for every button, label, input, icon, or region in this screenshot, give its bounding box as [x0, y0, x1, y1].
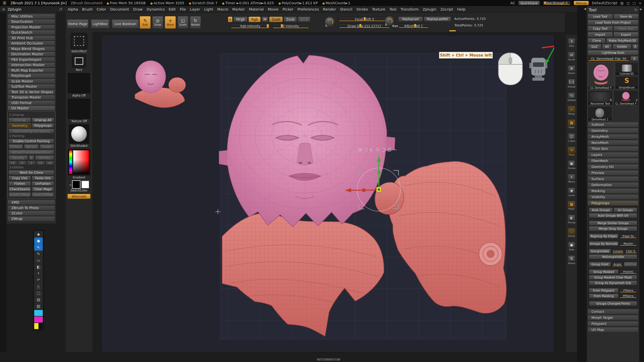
panel-gutter[interactable]: ◀ — [577, 6, 587, 362]
alternate-button[interactable]: Alternate — [67, 194, 91, 199]
magenta-swatch[interactable] — [34, 316, 43, 323]
zplugin-item[interactable]: PolyGroupIt — [8, 73, 55, 78]
frame-button[interactable]: ▣ Frame — [567, 159, 577, 171]
zplugin-item[interactable]: Text 3D & Vector Shapes — [8, 89, 55, 95]
spix-button[interactable]: 3 SPix — [567, 37, 577, 49]
texture-selector[interactable] — [68, 99, 90, 119]
persp-button[interactable]: ▱ Persp — [567, 105, 577, 116]
focal-shift-slider[interactable]: Focal Shift 0 — [339, 17, 390, 22]
flatten-button[interactable]: Flatten — [9, 181, 31, 186]
tool-r-button[interactable]: R — [630, 56, 638, 61]
menu-item[interactable]: Draw — [131, 7, 145, 11]
group-front-button[interactable]: Group Front — [589, 262, 611, 267]
merge-stray-groups-button[interactable]: Merge Stray Groups — [589, 226, 637, 231]
tag-icon[interactable]: ◧ — [34, 264, 43, 270]
paste-tool-button[interactable]: Paste Tool — [614, 26, 639, 31]
tool-section[interactable]: Polypaint — [588, 321, 638, 326]
menu-item[interactable]: Alpha — [66, 7, 80, 11]
menu-item[interactable]: Movie — [266, 7, 280, 11]
mask-tolerance-slider[interactable]: MTolera — [619, 294, 637, 298]
tool-section[interactable]: NanoMesh — [588, 140, 638, 145]
actual-button[interactable]: 1:1 Actual — [567, 78, 577, 89]
tool-thumb-demohead1[interactable]: DemoHead_1 — [588, 106, 612, 121]
menu-item[interactable]: Marker — [230, 7, 247, 11]
tool-section[interactable]: Surface — [588, 176, 638, 182]
expand-tray-icon[interactable]: ▶ — [640, 8, 642, 11]
swatch-arrow-icon[interactable]: ◄ — [69, 183, 71, 186]
move-mode-button[interactable]: + Move — [165, 16, 176, 29]
cyan-swatch[interactable] — [34, 310, 43, 316]
local-button[interactable]: ◉ Local — [567, 186, 577, 198]
menu-item[interactable]: Document — [108, 7, 131, 11]
menu-item[interactable]: Stroke — [354, 7, 370, 11]
zplugin-item[interactable]: Misc Utilities — [8, 14, 55, 19]
density-mult-button[interactable]: x4 — [46, 161, 54, 165]
menu-item[interactable]: Picker — [280, 7, 295, 11]
menu-item[interactable]: Macro — [215, 7, 230, 11]
tool-section[interactable]: Geometry HD — [588, 164, 638, 169]
trash-icon[interactable]: ▯ — [34, 283, 43, 290]
qxyz-button[interactable]: ⊙ Qxyz — [567, 146, 577, 157]
rgb-button[interactable]: Rgb — [249, 17, 261, 22]
cursor-icon[interactable]: ↖ — [34, 244, 43, 251]
menu-item[interactable]: Zplugin — [421, 7, 438, 11]
eye-icon[interactable]: ◉ — [34, 238, 43, 244]
m-button[interactable]: M — [262, 17, 268, 22]
menu-item[interactable]: Tool — [387, 7, 398, 11]
right-tray-edge[interactable]: ▶ — [639, 6, 644, 362]
home-page-button[interactable]: Home Page — [67, 19, 89, 28]
groups-changed-points-button[interactable]: Groups Changed Points — [589, 301, 637, 306]
density-slider[interactable]: density — [35, 155, 54, 160]
tool-section[interactable]: Deformation — [588, 182, 638, 188]
color-picker[interactable] — [68, 149, 90, 175]
menus-button[interactable]: Menus — [574, 1, 589, 5]
menu-item[interactable]: Dynamics — [145, 7, 167, 11]
export-button[interactable]: Export — [614, 32, 639, 37]
draw-mode-button[interactable]: ◎ Draw — [152, 16, 163, 29]
coverage-slider[interactable]: Covera — [612, 249, 624, 254]
replay-last-rel-button[interactable]: ReplayLastRel — [424, 17, 451, 22]
goz-visible-button[interactable]: Visible — [613, 44, 631, 49]
zplugin-item[interactable]: USD Format — [8, 100, 55, 105]
layout-icon[interactable]: ▤ — [620, 1, 623, 5]
zplugin-item[interactable]: FBX ExportImport — [8, 57, 55, 62]
zplugin-item[interactable]: Ambient Occlusion — [8, 41, 55, 46]
density-mult-button[interactable]: 1 — [27, 161, 36, 165]
menu-item[interactable]: Color — [95, 7, 108, 11]
zplugin-item[interactable]: XMD — [8, 200, 55, 205]
replay-last-button[interactable]: ReplayLast — [398, 17, 423, 22]
hamburger-icon[interactable]: ≡ — [2, 7, 5, 11]
floor-button[interactable]: ▦ Floor — [567, 118, 577, 130]
zplugin-item[interactable]: Deactivation — [8, 19, 55, 24]
shelf-scroll-indicator[interactable] — [449, 30, 456, 31]
menu-item[interactable]: Transform — [398, 7, 421, 11]
rect-icon[interactable]: ▭ — [34, 257, 43, 264]
import-button[interactable]: Import — [588, 32, 613, 37]
clear-maps-button[interactable]: Clear Maps — [32, 187, 54, 192]
groups-by-normals-button[interactable]: Groups By Normals — [589, 241, 619, 246]
checkseams-button[interactable]: CheckSeams — [9, 187, 31, 192]
left-tray-edge[interactable] — [0, 13, 7, 362]
tool-thumb-demohead-f[interactable]: 2 CL_DemoHead_F — [614, 90, 639, 105]
tool-section[interactable]: Layers — [588, 152, 638, 157]
scroll-button[interactable]: ⇄ Scroll — [567, 51, 577, 62]
tool-section[interactable]: Morph Target — [588, 315, 638, 320]
zcut-button[interactable]: Zcut — [298, 17, 310, 22]
menu-item[interactable]: Render — [321, 7, 338, 11]
edit-mode-button[interactable]: ✎ Edit — [140, 16, 151, 29]
lsym-button[interactable]: ◫ L.Sym — [567, 132, 577, 144]
lightbox-tools-button[interactable]: Lightbox►Tools — [588, 50, 638, 55]
copy-uvs-button[interactable]: Copy UVs — [9, 176, 31, 180]
make-polymesh3d-button[interactable]: Make PolyMesh3D — [606, 38, 638, 43]
tool-section[interactable]: Subtool — [588, 122, 638, 127]
menu-item[interactable]: Preferences — [295, 7, 321, 11]
unwrap-button[interactable]: Unwrap — [9, 118, 31, 122]
quicksave-button[interactable]: QuickSave — [518, 1, 540, 5]
density-button[interactable]: Density — [9, 155, 28, 160]
copy-tool-button[interactable]: Copy Tool — [588, 26, 613, 31]
uv-polygroups-button[interactable]: Polygroups — [32, 123, 54, 128]
load-ctrl-map-button[interactable]: LoadCtrlMap — [9, 192, 31, 197]
tool-section[interactable]: Thick Skin — [588, 146, 638, 151]
tool-section[interactable]: Masking — [588, 188, 638, 194]
collapse-panel-icon[interactable]: ◀ — [584, 7, 586, 11]
